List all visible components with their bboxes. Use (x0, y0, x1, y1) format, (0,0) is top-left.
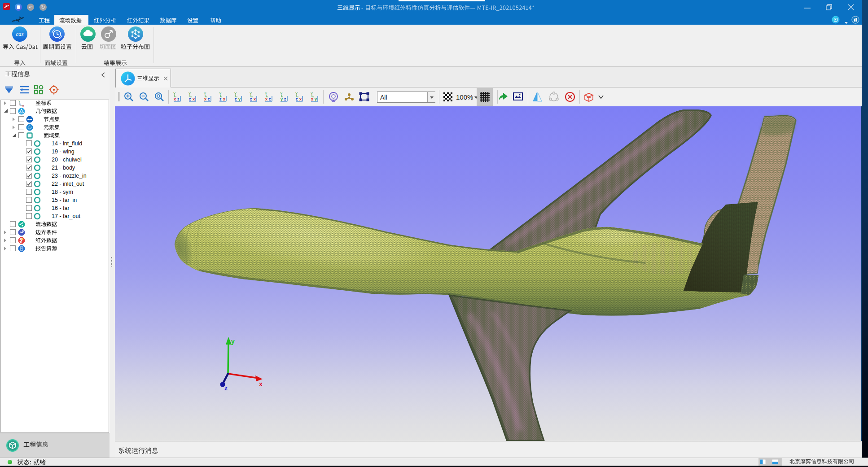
svg-text:y: y (231, 338, 235, 345)
svg-text:z: z (296, 97, 298, 101)
svg-text:x: x (193, 97, 195, 101)
svg-text:z: z (235, 97, 237, 101)
svg-text:Y: Y (265, 92, 267, 96)
svg-text:Y: Y (311, 92, 313, 96)
svg-text:Y: Y (295, 92, 298, 96)
svg-text:y: y (281, 97, 283, 101)
svg-text:x: x (22, 105, 24, 107)
svg-text:x: x (311, 97, 313, 101)
svg-text:Y: Y (204, 92, 206, 96)
svg-text:x: x (265, 97, 267, 101)
svg-text:Y: Y (18, 100, 20, 103)
svg-text:z: z (20, 103, 21, 105)
svg-text:z: z (269, 97, 271, 101)
svg-text:x: x (299, 97, 302, 101)
svg-text:z: z (208, 97, 210, 101)
svg-text:x: x (204, 97, 206, 101)
svg-text:Y: Y (250, 92, 252, 96)
svg-text:cas: cas (16, 31, 23, 37)
svg-text:x: x (259, 380, 263, 388)
svg-text:z: z (219, 97, 222, 101)
svg-text:Y: Y (234, 92, 237, 96)
svg-text:Y: Y (219, 92, 222, 96)
svg-text:z: z (177, 97, 180, 101)
svg-text:z: z (224, 384, 228, 392)
svg-text:z: z (189, 97, 191, 101)
svg-text:x: x (174, 97, 176, 101)
svg-text:Y: Y (280, 92, 283, 96)
svg-text:Y: Y (189, 92, 191, 96)
svg-text:x: x (254, 97, 256, 101)
svg-text:Y: Y (173, 92, 176, 96)
svg-text:y: y (315, 97, 317, 101)
svg-text:z: z (284, 97, 286, 101)
svg-text:z: z (250, 97, 252, 101)
svg-text:y: y (238, 97, 241, 101)
svg-text:x: x (223, 97, 225, 101)
